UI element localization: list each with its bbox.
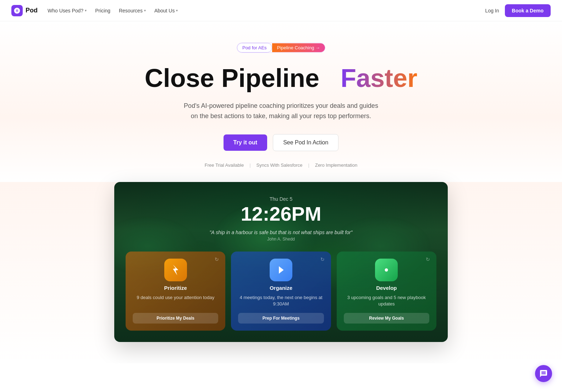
separator: | <box>249 162 250 168</box>
svg-point-0 <box>385 268 388 271</box>
nav-right: Log In Book a Demo <box>485 4 551 17</box>
chevron-down-icon: ▾ <box>85 9 87 12</box>
refresh-icon[interactable]: ↻ <box>424 256 431 264</box>
card-prioritize: ↻ Prioritize 9 deals could use your atte… <box>126 252 225 331</box>
heading-gradient: Faster <box>341 64 417 92</box>
dashboard-background: Thu Dec 5 12:26PM "A ship in a harbour i… <box>114 182 448 342</box>
prep-for-meetings-button[interactable]: Prep For Meetings <box>238 313 324 324</box>
develop-icon <box>375 259 398 281</box>
nav-links: Who Uses Pod? ▾ Pricing Resources ▾ Abou… <box>48 8 178 13</box>
nav-who-uses-pod[interactable]: Who Uses Pod? ▾ <box>48 8 87 13</box>
prioritize-icon <box>164 259 187 281</box>
card-organize-title: Organize <box>270 285 292 291</box>
feature-trial: Free Trial Available <box>205 162 244 168</box>
try-it-out-button[interactable]: Try it out <box>224 134 268 151</box>
nav-left: Pod Who Uses Pod? ▾ Pricing Resources ▾ … <box>11 5 178 16</box>
hero-section: Pod for AEs Pipeline Coaching → Close Pi… <box>0 21 562 182</box>
hero-buttons: Try it out See Pod In Action <box>11 134 551 151</box>
dashboard-cards: ↻ Prioritize 9 deals could use your atte… <box>126 252 436 331</box>
book-demo-button[interactable]: Book a Demo <box>505 4 551 17</box>
dashboard-author: John A. Shedd <box>126 237 436 242</box>
nav-pricing[interactable]: Pricing <box>95 8 110 13</box>
card-prioritize-title: Prioritize <box>164 285 187 291</box>
hero-subheading: Pod's AI-powered pipeline coaching prior… <box>182 101 380 121</box>
logo-icon <box>11 5 23 16</box>
logo[interactable]: Pod <box>11 5 38 16</box>
card-organize-desc: 4 meetings today, the next one begins at… <box>238 294 324 307</box>
see-pod-in-action-button[interactable]: See Pod In Action <box>273 134 338 151</box>
dashboard-quote: "A ship in a harbour is safe but that is… <box>126 230 436 235</box>
dashboard-date: Thu Dec 5 <box>126 196 436 202</box>
badge-ae: Pod for AEs <box>237 43 272 53</box>
card-prioritize-desc: 9 deals could use your attention today <box>137 294 214 307</box>
review-my-goals-button[interactable]: Review My Goals <box>344 313 429 324</box>
feature-implementation: Zero Implementation <box>315 162 357 168</box>
nav-resources[interactable]: Resources ▾ <box>119 8 146 13</box>
refresh-icon[interactable]: ↻ <box>213 256 220 264</box>
card-develop-title: Develop <box>376 285 397 291</box>
login-button[interactable]: Log In <box>485 8 499 13</box>
separator: | <box>308 162 309 168</box>
feature-salesforce: Syncs With Salesforce <box>257 162 303 168</box>
refresh-icon[interactable]: ↻ <box>319 256 326 264</box>
navbar: Pod Who Uses Pod? ▾ Pricing Resources ▾ … <box>0 0 562 21</box>
dashboard-preview: Thu Dec 5 12:26PM "A ship in a harbour i… <box>114 182 448 342</box>
dashboard-section: Thu Dec 5 12:26PM "A ship in a harbour i… <box>0 182 562 363</box>
card-develop-desc: 3 upcoming goals and 5 new playbook upda… <box>344 294 429 307</box>
prioritize-my-deals-button[interactable]: Prioritize My Deals <box>133 313 218 324</box>
card-develop: ↻ Develop 3 upcoming goals and 5 new pla… <box>337 252 436 331</box>
dashboard-header: Thu Dec 5 12:26PM "A ship in a harbour i… <box>126 196 436 242</box>
chevron-down-icon: ▾ <box>144 9 146 12</box>
nav-about-us[interactable]: About Us ▾ <box>154 8 178 13</box>
organize-icon <box>270 259 292 281</box>
dashboard-time: 12:26PM <box>126 204 436 224</box>
badge-coaching: Pipeline Coaching → <box>272 43 325 52</box>
hero-badge: Pod for AEs Pipeline Coaching → <box>237 43 325 53</box>
card-organize: ↻ Organize 4 meetings today, the next on… <box>231 252 331 331</box>
chevron-down-icon: ▾ <box>176 9 178 12</box>
hero-features: Free Trial Available | Syncs With Salesf… <box>11 162 551 168</box>
heading-black: Close Pipeline <box>145 64 319 92</box>
logo-text: Pod <box>26 7 38 14</box>
hero-heading: Close Pipeline Faster <box>11 64 551 92</box>
